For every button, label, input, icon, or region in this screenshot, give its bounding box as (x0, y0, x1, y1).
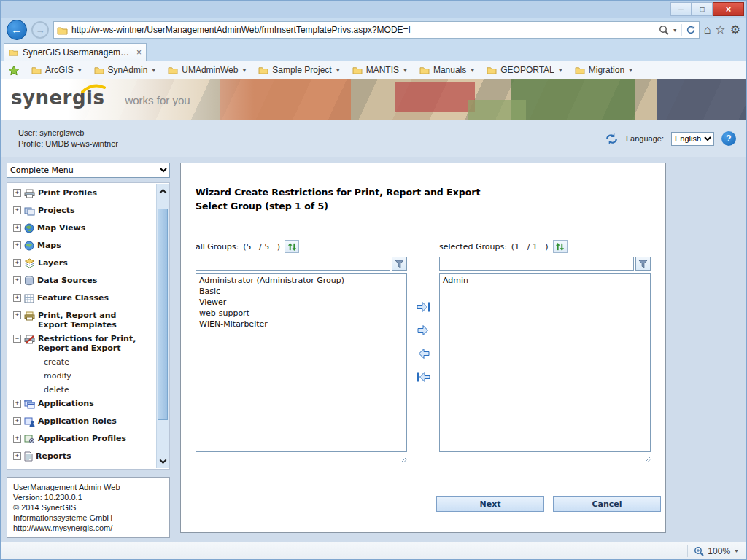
move-all-left-button[interactable] (414, 369, 432, 384)
resize-handle[interactable] (644, 453, 651, 466)
zoom-caret-icon[interactable]: ▼ (734, 548, 739, 553)
favorite-umadminweb[interactable]: UMAdminWeb ▼ (168, 65, 247, 75)
favorite-label: Migration (589, 65, 624, 75)
language-label: Language: (626, 134, 664, 143)
forward-button[interactable]: → (31, 21, 49, 39)
move-right-button[interactable] (414, 322, 432, 338)
maximize-button[interactable]: □ (692, 2, 713, 16)
favorite-synadmin[interactable]: SynAdmin ▼ (94, 65, 157, 75)
favorites-star-icon[interactable]: ☆ (715, 24, 725, 36)
sidebar-item-modify[interactable]: modify (10, 369, 153, 383)
synergis-link[interactable]: http://www.mysynergis.com/ (13, 524, 112, 532)
sidebar-item-restrictions-print-report-export[interactable]: − Restrictions for Print, Report and Exp… (10, 332, 153, 355)
expand-icon[interactable]: + (13, 294, 21, 302)
expand-icon[interactable]: + (13, 224, 21, 232)
expand-icon[interactable]: + (13, 417, 21, 425)
reload-icon[interactable] (605, 133, 619, 145)
expand-icon[interactable]: + (13, 276, 21, 284)
move-all-right-button[interactable] (414, 299, 432, 314)
group-option[interactable]: Admin (441, 275, 649, 286)
close-icon: × (726, 4, 732, 15)
next-button[interactable]: Next (436, 496, 544, 512)
menu-mode-select[interactable]: Complete Menu (7, 163, 170, 178)
tab-close-icon[interactable]: × (136, 47, 142, 58)
sidebar-item-label: Feature Classes (37, 293, 109, 303)
sidebar-item-feature-classes[interactable]: + Feature Classes (10, 291, 153, 308)
expand-icon[interactable]: + (13, 400, 21, 408)
sidebar-item-print-report-export-templates[interactable]: + Print, Report and Export Templates (10, 308, 153, 332)
language-select[interactable]: English (671, 132, 714, 146)
expand-icon[interactable]: + (13, 189, 21, 197)
collapse-icon[interactable]: − (13, 335, 21, 343)
expand-icon[interactable]: + (13, 206, 21, 214)
group-option[interactable]: Viewer (197, 297, 406, 308)
back-icon: ← (11, 23, 23, 36)
group-option[interactable]: Basic (197, 286, 406, 297)
favorite-manuals[interactable]: Manuals ▼ (419, 65, 475, 75)
all-groups-listbox[interactable]: Administrator (Administrator Group) Basi… (196, 273, 407, 452)
sidebar-item-label: Print, Report and Export Templates (38, 311, 139, 330)
favorite-arcgis[interactable]: ArcGIS ▼ (31, 65, 82, 75)
tree-scrollbar[interactable] (156, 184, 169, 468)
selected-group-filter-input[interactable] (439, 257, 634, 271)
expand-icon[interactable]: + (13, 452, 21, 460)
refresh-icon[interactable] (686, 25, 696, 35)
url-box[interactable]: ▼ (53, 21, 700, 39)
group-option[interactable]: web-support (197, 308, 406, 319)
refresh-count-button[interactable] (285, 240, 299, 253)
sidebar-item-layers[interactable]: + Layers (10, 256, 153, 273)
sidebar-item-map-views[interactable]: + Map Views (10, 221, 153, 238)
sidebar-item-label: Reports (36, 451, 71, 461)
back-button[interactable]: ← (7, 20, 27, 40)
scroll-thumb[interactable] (158, 209, 168, 420)
close-button[interactable]: × (713, 2, 744, 16)
favorite-label: ArcGIS (45, 65, 74, 75)
selected-groups-listbox[interactable]: Admin (439, 273, 651, 452)
url-dropdown-icon[interactable]: ▼ (673, 28, 678, 33)
sidebar-item-reports[interactable]: + Reports (10, 449, 153, 467)
sidebar-item-data-sources[interactable]: + Data Sources (10, 273, 153, 291)
move-left-button[interactable] (414, 346, 432, 361)
tab-synergis-usermanagement[interactable]: SynerGIS Usermanagement ... × (4, 43, 147, 61)
folder-icon (575, 66, 585, 74)
refresh-count-button[interactable] (553, 240, 568, 253)
favorite-mantis[interactable]: MANTIS ▼ (352, 65, 408, 75)
search-icon[interactable] (659, 25, 669, 35)
group-option[interactable]: Administrator (Administrator Group) (197, 275, 406, 286)
expand-icon[interactable]: + (13, 311, 21, 319)
sidebar-item-projects[interactable]: + Projects (10, 203, 153, 221)
url-input[interactable] (71, 25, 655, 35)
favorite-geoportal[interactable]: GEOPORTAL ▼ (487, 65, 563, 75)
expand-icon[interactable]: + (13, 259, 21, 267)
sidebar-item-maps[interactable]: + Maps (10, 238, 153, 256)
sidebar-item-create[interactable]: create (10, 355, 153, 369)
group-option[interactable]: WIEN-Mitarbeiter (197, 319, 406, 330)
sidebar-item-delete[interactable]: delete (10, 383, 153, 397)
filter-button[interactable] (635, 257, 651, 271)
sidebar-item-applications[interactable]: + Applications (10, 397, 153, 414)
favorite-sample-project[interactable]: Sample Project ▼ (258, 65, 340, 75)
sidebar-item-application-roles[interactable]: + Application Roles (10, 414, 153, 432)
cancel-button[interactable]: Cancel (553, 496, 661, 512)
add-favorite-icon[interactable] (8, 65, 20, 76)
scroll-track[interactable] (157, 198, 169, 454)
help-button[interactable]: ? (721, 131, 736, 146)
sidebar-item-application-profiles[interactable]: + Application Profiles (10, 432, 153, 449)
resize-handle[interactable] (400, 453, 407, 466)
settings-gear-icon[interactable]: ⚙ (730, 24, 740, 36)
favorite-migration[interactable]: Migration ▼ (575, 65, 633, 75)
sidebar: Complete Menu + Print Profiles + Project… (1, 157, 174, 542)
sidebar-item-exit[interactable]: Exit (10, 467, 153, 470)
sidebar-item-label: Applications (38, 399, 94, 408)
home-icon[interactable]: ⌂ (704, 24, 711, 36)
expand-icon[interactable]: + (13, 435, 21, 443)
sidebar-item-print-profiles[interactable]: + Print Profiles (10, 186, 153, 203)
group-filter-input[interactable] (196, 257, 390, 271)
scroll-down-icon[interactable] (157, 454, 169, 468)
zoom-level: 100% (708, 546, 730, 556)
filter-button[interactable] (392, 257, 407, 271)
scroll-up-icon[interactable] (157, 184, 169, 198)
minimize-button[interactable]: ─ (670, 2, 692, 16)
zoom-control[interactable]: 100% ▼ (694, 546, 739, 556)
expand-icon[interactable]: + (13, 241, 21, 249)
